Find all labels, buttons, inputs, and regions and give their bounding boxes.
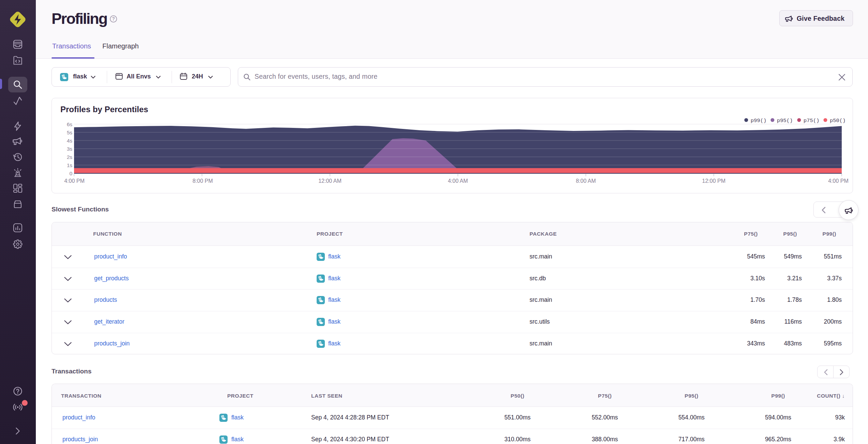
svg-text:12:00 PM: 12:00 PM [702, 178, 725, 184]
svg-text:2s: 2s [67, 154, 73, 160]
svg-text:12:00 AM: 12:00 AM [318, 178, 342, 184]
svg-text:4:00 PM: 4:00 PM [828, 178, 849, 184]
svg-text:0: 0 [69, 171, 72, 176]
svg-text:p99(): p99() [751, 118, 767, 124]
svg-text:3s: 3s [67, 146, 73, 152]
svg-text:p75(): p75() [804, 118, 820, 124]
svg-text:5s: 5s [67, 130, 73, 135]
svg-text:4:00 AM: 4:00 AM [448, 178, 468, 184]
svg-text:p95(): p95() [777, 118, 793, 124]
svg-text:8:00 PM: 8:00 PM [192, 178, 213, 184]
svg-text:1s: 1s [67, 162, 73, 168]
svg-text:4s: 4s [67, 138, 73, 144]
svg-text:4:00 PM: 4:00 PM [64, 178, 85, 184]
svg-text:6s: 6s [67, 121, 73, 127]
svg-text:p50(): p50() [830, 118, 846, 124]
svg-text:8:00 AM: 8:00 AM [576, 178, 596, 184]
